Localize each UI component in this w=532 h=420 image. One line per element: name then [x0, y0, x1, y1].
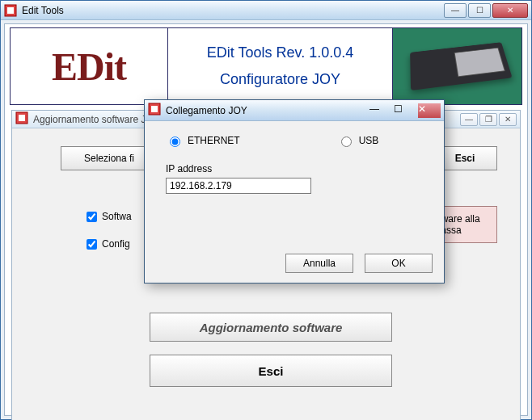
dialog-min-button[interactable]: — — [369, 103, 392, 118]
ip-address-input[interactable] — [166, 178, 311, 194]
dialog-close-button[interactable]: ✕ — [418, 103, 441, 118]
usb-radio-row[interactable]: USB — [337, 134, 379, 147]
select-file-button[interactable]: Seleziona fi — [61, 146, 158, 170]
ok-button[interactable]: OK — [365, 254, 433, 273]
device-photo — [392, 28, 521, 104]
svg-rect-3 — [19, 115, 25, 121]
ip-address-label: IP address — [166, 163, 429, 174]
child-app-icon — [15, 111, 28, 127]
ethernet-radio[interactable] — [170, 136, 180, 147]
exit-bottom-button[interactable]: Esci — [150, 355, 392, 387]
dialog-title: Collegamento JOY — [166, 105, 369, 116]
child-restore-button[interactable]: ❐ — [479, 113, 497, 126]
main-close-button[interactable]: ✕ — [492, 3, 528, 18]
main-titlebar: Edit Tools — ☐ ✕ — [1, 1, 531, 20]
ethernet-radio-label: ETHERNET — [188, 135, 240, 146]
connection-dialog: Collegamento JOY — ☐ ✕ ETHERNET USB IP a… — [144, 99, 445, 284]
dialog-titlebar: Collegamento JOY — ☐ ✕ — [145, 100, 444, 121]
svg-rect-5 — [151, 106, 158, 112]
software-checkbox[interactable] — [87, 212, 97, 222]
cancel-button[interactable]: Annulla — [285, 254, 353, 273]
header-titles: EDit Tools Rev. 1.0.0.4 Configuratore JO… — [168, 28, 392, 104]
app-icon — [4, 4, 17, 17]
config-checkbox-label: Config — [102, 238, 130, 250]
dialog-max-button[interactable]: ☐ — [394, 103, 416, 118]
child-close-button[interactable]: ✕ — [499, 113, 517, 126]
software-checkbox-row[interactable]: Softwa — [87, 211, 132, 222]
usb-radio-label: USB — [359, 135, 379, 146]
config-checkbox-row[interactable]: Config — [87, 238, 130, 250]
svg-rect-1 — [7, 7, 14, 14]
header-band: EDit EDit Tools Rev. 1.0.0.4 Configurato… — [10, 27, 522, 105]
main-min-button[interactable]: — — [444, 3, 467, 18]
header-line2: Configuratore JOY — [220, 71, 340, 88]
main-title: Edit Tools — [22, 5, 444, 16]
header-line1: EDit Tools Rev. 1.0.0.4 — [207, 44, 353, 61]
usb-radio[interactable] — [341, 136, 352, 147]
ethernet-radio-row[interactable]: ETHERNET — [166, 134, 240, 147]
logo-box: EDit — [11, 28, 168, 104]
dialog-body: ETHERNET USB IP address Annulla OK — [145, 121, 444, 283]
device-icon — [410, 42, 513, 90]
main-max-button[interactable]: ☐ — [468, 3, 491, 18]
dialog-app-icon — [148, 103, 161, 118]
logo-text: EDit — [52, 44, 126, 89]
update-software-button[interactable]: Aggiornamento software — [150, 313, 392, 342]
software-checkbox-label: Softwa — [102, 211, 132, 222]
child-min-button[interactable]: — — [460, 113, 478, 126]
config-checkbox[interactable] — [87, 239, 97, 250]
connection-type-radios: ETHERNET USB — [166, 134, 429, 147]
